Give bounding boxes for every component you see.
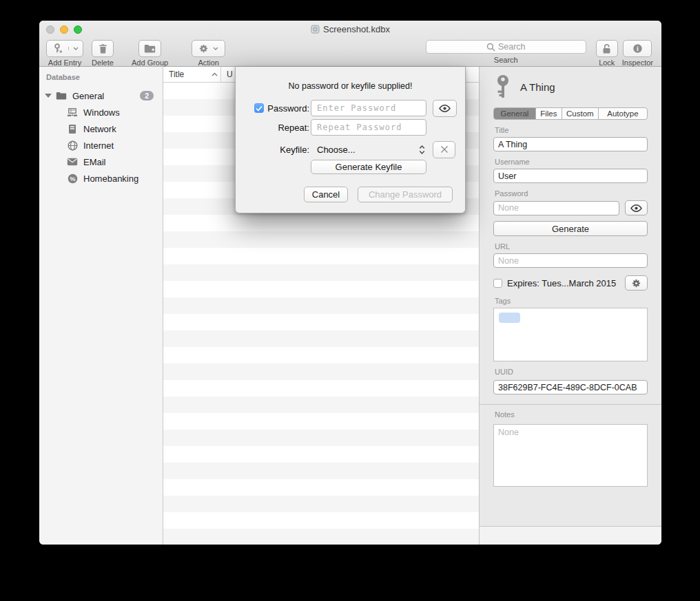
username-label: Username: [495, 158, 648, 166]
sidebar-item-network[interactable]: Network: [39, 120, 163, 137]
expires-label: Expires: Tues...March 2015: [507, 278, 620, 288]
password-row-label: Password:: [267, 103, 309, 114]
title-label: Title: [495, 126, 648, 134]
titlebar[interactable]: Screenshot.kdbx: [39, 21, 661, 39]
generate-keyfile-button[interactable]: Generate Keyfile: [311, 160, 426, 174]
add-entry-button[interactable]: [46, 40, 83, 57]
password-row: Password:: [236, 99, 465, 117]
enter-password-field[interactable]: [311, 100, 426, 116]
keyfile-row: Keyfile: Choose...: [236, 140, 465, 158]
key-plus-icon: [47, 43, 68, 54]
toolbar: Add Entry Delete Add Group Action: [39, 39, 661, 66]
key-icon: [495, 74, 511, 99]
chevron-down-icon: [213, 47, 218, 50]
column-username-label: U: [227, 70, 233, 79]
trash-icon: [99, 43, 107, 54]
column-header-title[interactable]: Title: [163, 67, 221, 82]
clear-keyfile-button[interactable]: [433, 141, 455, 158]
expires-date-button[interactable]: [625, 275, 648, 291]
reveal-sheet-password-button[interactable]: [433, 100, 457, 117]
inspector-footer: [480, 526, 661, 545]
delete-button[interactable]: [92, 40, 114, 57]
inspector-label: Inspector: [622, 59, 653, 67]
info-icon: i: [632, 43, 643, 54]
clear-x-icon: [440, 145, 449, 154]
lock-label: Lock: [599, 59, 615, 67]
inspector-panel: A Thing General Files Custom Autotype Ti…: [479, 67, 661, 545]
app-window: Screenshot.kdbx Add Entry D: [39, 21, 661, 545]
password-field[interactable]: [493, 201, 619, 215]
window-title: Screenshot.kdbx: [323, 24, 390, 34]
chevron-down-icon: [73, 47, 79, 50]
sort-up-icon: [212, 72, 218, 76]
generate-button[interactable]: Generate: [493, 221, 648, 236]
windows-icon: [66, 107, 79, 117]
tag-pill[interactable]: [499, 313, 520, 323]
search-icon: [486, 43, 495, 52]
entry-title: A Thing: [520, 81, 555, 93]
password-label: Password: [495, 189, 648, 198]
cancel-button[interactable]: Cancel: [304, 187, 348, 202]
column-title-label: Title: [169, 70, 184, 79]
search-label: Search: [494, 56, 518, 64]
uuid-label: UUID: [495, 368, 648, 376]
lock-button[interactable]: [596, 40, 618, 57]
url-field[interactable]: [493, 253, 648, 268]
tab-general[interactable]: General: [494, 108, 535, 119]
toolbar-delete: Delete: [92, 40, 114, 67]
percent-icon: %: [66, 173, 79, 184]
add-group-label: Add Group: [132, 59, 168, 67]
add-entry-dropdown[interactable]: [68, 47, 83, 50]
inspector-button[interactable]: i: [623, 40, 652, 57]
divider: [480, 404, 661, 405]
sidebar-item-homebanking[interactable]: % Homebanking: [39, 170, 163, 187]
sidebar-item-label: Windows: [83, 107, 120, 118]
disclosure-triangle-icon[interactable]: [45, 94, 52, 98]
sidebar-item-email[interactable]: EMail: [39, 154, 163, 170]
add-group-button[interactable]: [138, 40, 161, 57]
add-entry-label: Add Entry: [48, 59, 81, 67]
password-checkbox[interactable]: [254, 103, 264, 113]
toolbar-right: Search Search Lock i Inspector: [426, 40, 653, 67]
uuid-field[interactable]: [493, 380, 648, 394]
eye-icon: [630, 204, 642, 212]
title-field[interactable]: [493, 137, 648, 151]
keyfile-row-label: Keyfile:: [280, 145, 309, 155]
toolbar-action: Action: [192, 40, 225, 67]
inspector-tabs: General Files Custom Autotype: [493, 107, 648, 120]
tab-files[interactable]: Files: [535, 108, 562, 119]
search-input[interactable]: Search: [426, 40, 586, 54]
sidebar-item-label: Internet: [83, 140, 114, 151]
expires-row: Expires: Tues...March 2015: [493, 275, 648, 291]
sidebar-item-label: EMail: [83, 157, 106, 167]
eye-icon: [439, 105, 451, 112]
envelope-icon: [66, 158, 79, 166]
svg-text:%: %: [70, 175, 75, 182]
server-icon: [66, 124, 79, 134]
notes-field[interactable]: [493, 424, 648, 487]
repeat-password-field[interactable]: [311, 119, 426, 136]
action-button[interactable]: [192, 40, 225, 57]
change-password-button[interactable]: Change Password: [358, 187, 453, 202]
sidebar-group-general[interactable]: General 2: [39, 87, 163, 104]
tags-box[interactable]: [493, 308, 648, 361]
username-field[interactable]: [493, 169, 648, 183]
repeat-row-label: Repeat:: [278, 123, 309, 133]
folder-icon: [55, 92, 68, 100]
document-proxy-icon[interactable]: [311, 25, 320, 34]
svg-text:i: i: [637, 45, 639, 52]
sidebar: Database General 2 Windows Network: [39, 67, 163, 545]
action-label: Action: [198, 59, 219, 67]
keyfile-popup[interactable]: Choose...: [311, 145, 426, 155]
tab-autotype[interactable]: Autotype: [598, 108, 647, 119]
expires-checkbox[interactable]: [493, 279, 502, 288]
reveal-password-button[interactable]: [625, 200, 648, 215]
sidebar-item-windows[interactable]: Windows: [39, 104, 163, 120]
toolbar-inspector: i Inspector: [622, 40, 653, 67]
toolbar-search: Search Search: [426, 40, 586, 64]
sidebar-item-internet[interactable]: Internet: [39, 137, 163, 154]
toolbar-lock: Lock: [596, 40, 618, 67]
url-label: URL: [495, 242, 648, 251]
folder-plus-icon: [144, 44, 156, 53]
tab-custom[interactable]: Custom: [562, 108, 598, 119]
